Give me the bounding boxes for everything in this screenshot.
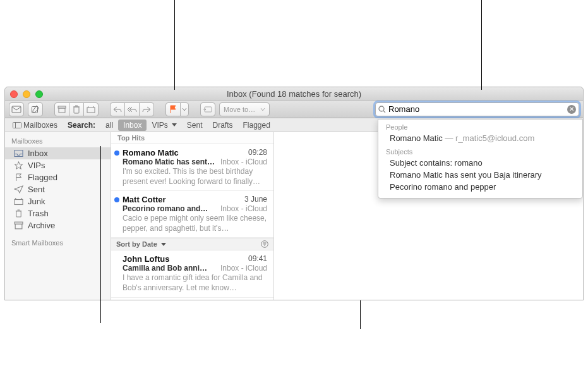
flag-group xyxy=(165,102,189,116)
message-subject: Romano Matic has sent… xyxy=(123,157,215,166)
filter-drafts[interactable]: Drafts xyxy=(207,120,237,131)
smart-mailboxes-header: Smart Mailboxes xyxy=(5,236,111,249)
message-preview: Cacio e pepe might only seem like cheese… xyxy=(123,214,267,233)
suggestion-person-name: Romano Matic xyxy=(390,133,443,143)
sidebar-item-label: VIPs xyxy=(28,161,45,170)
forward-button[interactable] xyxy=(139,102,154,116)
callout-line-1 xyxy=(174,0,175,90)
search-suggestions: People Romano Matic — r_matic5@icloud.co… xyxy=(378,119,583,199)
traffic-lights xyxy=(10,90,43,98)
message-row[interactable]: Romano Matic 09:28 Romano Matic has sent… xyxy=(111,144,273,191)
message-row[interactable]: Matt Cotter 3 June Pecorino romano and… … xyxy=(111,191,273,238)
sidebar-item-label: Sent xyxy=(28,185,45,194)
message-from: John Loftus xyxy=(123,254,169,264)
sort-bar[interactable]: Sort by Date xyxy=(111,238,273,250)
svg-rect-3 xyxy=(59,108,65,113)
compose-button[interactable] xyxy=(28,102,43,116)
clear-search-button[interactable]: ✕ xyxy=(567,105,576,114)
suggestion-subject[interactable]: Romano Matic has sent you Baja itinerary xyxy=(378,169,582,181)
move-icon-button[interactable] xyxy=(200,102,215,116)
search-icon xyxy=(378,106,386,113)
reply-button[interactable] xyxy=(110,102,125,116)
chevron-down-icon xyxy=(159,241,166,248)
close-button[interactable] xyxy=(10,90,18,98)
mail-window: Inbox (Found 18 matches for search) xyxy=(4,87,584,300)
message-location: Inbox - iCloud xyxy=(220,204,267,213)
callout-line-4 xyxy=(360,300,361,329)
callout-line-3 xyxy=(100,146,101,323)
filter-all[interactable]: all xyxy=(100,120,118,131)
filter-vips-label: VIPs xyxy=(152,121,167,130)
sidebar-toggle-icon xyxy=(13,122,21,128)
mailboxes-toggle[interactable]: Mailboxes xyxy=(8,120,63,131)
message-from: Matt Cotter xyxy=(123,195,166,204)
svg-rect-4 xyxy=(74,107,79,113)
filter-inbox[interactable]: Inbox xyxy=(118,120,147,131)
delete-button[interactable] xyxy=(69,102,84,116)
suggestion-subject[interactable]: Pecorino romano and pepper xyxy=(378,181,582,193)
zoom-button[interactable] xyxy=(35,90,43,98)
suggestion-person[interactable]: Romano Matic — r_matic5@icloud.com xyxy=(378,132,582,144)
sort-label: Sort by Date xyxy=(116,240,157,248)
toolbar: Move to… ✕ xyxy=(5,101,583,118)
suggestions-people-header: People xyxy=(378,122,582,132)
move-to-label: Move to… xyxy=(224,106,255,113)
search-input[interactable] xyxy=(388,104,567,114)
message-date: 09:41 xyxy=(248,254,267,264)
chevron-down-icon xyxy=(170,121,177,128)
sidebar-item-flagged[interactable]: Flagged xyxy=(5,171,111,183)
sidebar-item-sent[interactable]: Sent xyxy=(5,183,111,195)
window-title: Inbox (Found 18 matches for search) xyxy=(5,89,583,99)
filter-vips[interactable]: VIPs xyxy=(147,120,181,131)
unread-indicator xyxy=(114,197,119,202)
junk-icon xyxy=(14,197,23,206)
mailboxes-header: Mailboxes xyxy=(5,135,111,147)
reply-all-button[interactable] xyxy=(124,102,140,116)
sidebar-item-archive[interactable]: Archive xyxy=(5,219,111,231)
message-date: 09:28 xyxy=(248,148,267,157)
message-preview: I have a romantic gift idea for Camilla … xyxy=(123,273,267,293)
message-subject: Camilla and Bob anni… xyxy=(123,264,207,273)
trash-icon xyxy=(14,209,23,218)
minimize-button[interactable] xyxy=(23,90,30,98)
svg-rect-13 xyxy=(15,224,22,229)
message-row[interactable]: John Loftus 09:41 Camilla and Bob anni… … xyxy=(111,250,273,297)
sidebar-item-trash[interactable]: Trash xyxy=(5,207,111,219)
suggestion-subject[interactable]: Subject contains: romano xyxy=(378,157,582,169)
svg-rect-11 xyxy=(16,211,21,217)
sidebar-item-vips[interactable]: VIPs xyxy=(5,159,111,171)
reply-group xyxy=(110,102,154,116)
svg-rect-0 xyxy=(12,106,21,113)
sent-icon xyxy=(14,185,23,194)
get-mail-button[interactable] xyxy=(9,102,24,116)
archive-icon xyxy=(14,221,23,230)
junk-button[interactable] xyxy=(83,102,99,116)
inbox-icon xyxy=(14,149,23,157)
message-preview: I'm so excited. This is the best birthda… xyxy=(123,167,267,187)
flag-icon xyxy=(14,173,23,181)
filter-sent[interactable]: Sent xyxy=(182,120,208,131)
archive-delete-group xyxy=(54,102,99,116)
message-location: Inbox - iCloud xyxy=(220,264,267,273)
move-to-menu[interactable]: Move to… xyxy=(219,102,270,116)
flag-button[interactable] xyxy=(165,102,181,116)
sidebar-item-inbox[interactable]: Inbox xyxy=(5,147,111,159)
unread-indicator xyxy=(114,150,119,156)
message-location: Inbox - iCloud xyxy=(220,157,267,166)
title-bar: Inbox (Found 18 matches for search) xyxy=(5,87,583,101)
flag-menu-button[interactable] xyxy=(180,102,189,116)
archive-button[interactable] xyxy=(54,102,69,116)
search-field[interactable]: ✕ xyxy=(375,102,579,116)
filter-flagged[interactable]: Flagged xyxy=(237,120,275,131)
message-date: 3 June xyxy=(244,195,267,204)
search-label: Search: xyxy=(63,120,100,131)
filter-icon[interactable] xyxy=(261,240,268,248)
sidebar-item-junk[interactable]: Junk xyxy=(5,195,111,207)
svg-point-7 xyxy=(379,106,384,111)
svg-rect-8 xyxy=(13,122,21,128)
sidebar-item-label: Flagged xyxy=(28,173,57,182)
star-icon xyxy=(14,161,23,169)
suggestions-subjects-header: Subjects xyxy=(378,147,582,157)
sidebar: Mailboxes Inbox VIPs Flagged xyxy=(5,132,111,300)
sidebar-item-label: Junk xyxy=(28,197,45,206)
